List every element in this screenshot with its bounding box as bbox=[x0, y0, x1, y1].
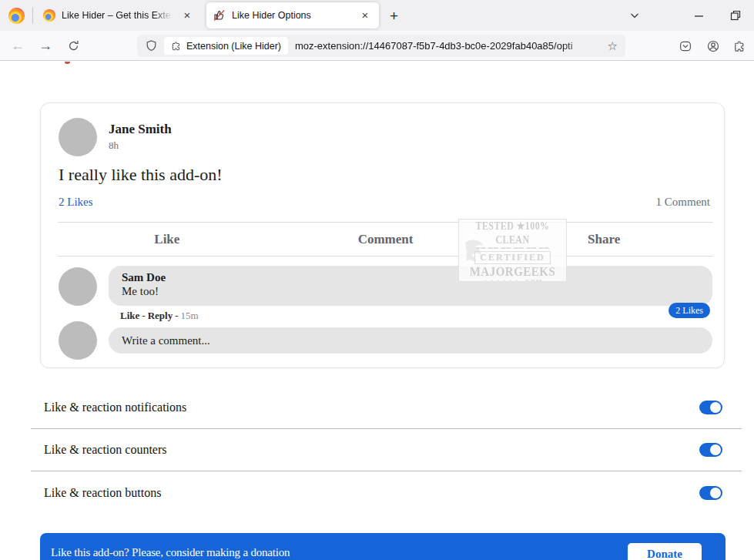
extensions-button[interactable] bbox=[729, 35, 750, 57]
extension-permission-chip[interactable]: Extension (Like Hider) bbox=[164, 37, 288, 55]
post-comment-count[interactable]: 1 Comment bbox=[656, 196, 710, 209]
chevron-down-icon bbox=[629, 10, 640, 21]
minimize-icon bbox=[694, 11, 704, 21]
like-hider-favicon-icon bbox=[213, 9, 226, 22]
post-stats-row: 2 Likes 1 Comment bbox=[59, 196, 710, 209]
comment-bubble: Sam Doe Me too! bbox=[109, 266, 712, 306]
tab-like-hider-options[interactable]: Like Hider Options × bbox=[206, 2, 379, 29]
forward-button[interactable]: → bbox=[34, 35, 57, 56]
donation-banner: Like this add-on? Please, consider makin… bbox=[40, 533, 726, 560]
firefox-logo-icon bbox=[8, 8, 25, 24]
extension-chip-label: Extension (Like Hider) bbox=[186, 41, 281, 52]
address-bar[interactable]: Extension (Like Hider) moz-extension://1… bbox=[137, 35, 625, 57]
tab-bar: Like Hider – Get this Extension f × Like… bbox=[0, 0, 754, 31]
back-button[interactable]: ← bbox=[6, 35, 29, 56]
avatar bbox=[59, 321, 97, 360]
donation-message: Like this add-on? Please, consider makin… bbox=[51, 546, 290, 559]
comment-like-link[interactable]: Like bbox=[120, 310, 139, 321]
toggle-knob bbox=[710, 402, 721, 413]
tab-title: Like Hider Options bbox=[232, 10, 352, 21]
pocket-button[interactable] bbox=[675, 35, 696, 57]
pocket-icon bbox=[679, 39, 692, 53]
restore-icon bbox=[730, 10, 741, 21]
options-page: Jane Smith 8h I really like this add-on!… bbox=[0, 62, 754, 560]
reload-button[interactable] bbox=[62, 35, 85, 56]
avatar bbox=[59, 118, 97, 156]
firefox-favicon-icon bbox=[43, 9, 55, 22]
reload-icon bbox=[67, 39, 80, 52]
comment-text: Me too! bbox=[122, 285, 699, 298]
setting-label: Like & reaction counters bbox=[31, 443, 167, 457]
post-author-block: Jane Smith 8h bbox=[109, 122, 172, 152]
post-author-name: Jane Smith bbox=[109, 122, 172, 137]
list-all-tabs-button[interactable] bbox=[623, 5, 646, 26]
setting-label: Like & reaction notifications bbox=[31, 401, 186, 414]
shield-icon[interactable] bbox=[145, 39, 158, 52]
toggle-knob bbox=[710, 444, 721, 455]
toggle-knob bbox=[710, 488, 721, 498]
avatar bbox=[59, 267, 97, 306]
extensions-puzzle-icon bbox=[733, 40, 746, 53]
comment-input[interactable]: Write a comment... bbox=[109, 327, 712, 354]
post-likes-link[interactable]: 2 Likes bbox=[59, 196, 93, 209]
minimize-button[interactable] bbox=[687, 5, 710, 26]
firefox-menu-button[interactable] bbox=[5, 6, 27, 25]
toggle-like-reaction-counters[interactable] bbox=[699, 443, 722, 457]
account-button[interactable] bbox=[702, 35, 724, 57]
comment-likes-badge[interactable]: 2 Likes bbox=[669, 303, 710, 318]
setting-row-buttons: Like & reaction buttons bbox=[31, 471, 742, 514]
scrolled-header-fragment bbox=[65, 62, 70, 64]
navigation-toolbar: ← → Extension (Like Hider) moz-extension… bbox=[0, 31, 754, 61]
url-text[interactable]: moz-extension://14467087-f5b7-4db3-bc0e-… bbox=[295, 40, 605, 52]
setting-row-notifications: Like & reaction notifications bbox=[31, 387, 742, 429]
comment-meta-row: Like-Reply-15m bbox=[120, 310, 199, 322]
new-tab-button[interactable]: + bbox=[384, 6, 404, 25]
post-timestamp: 8h bbox=[109, 139, 172, 152]
setting-label: Like & reaction buttons bbox=[31, 486, 161, 500]
settings-list: Like & reaction notifications Like & rea… bbox=[31, 387, 742, 514]
account-icon bbox=[706, 39, 720, 53]
donate-button[interactable]: Donate bbox=[628, 543, 702, 560]
tab-like-hider-store[interactable]: Like Hider – Get this Extension f × bbox=[36, 3, 201, 28]
setting-row-counters: Like & reaction counters bbox=[31, 429, 742, 471]
divider bbox=[58, 256, 713, 257]
toggle-like-reaction-notifications[interactable] bbox=[699, 401, 722, 414]
toggle-like-reaction-buttons[interactable] bbox=[699, 486, 722, 500]
tab-title: Like Hider – Get this Extension f bbox=[62, 10, 174, 21]
puzzle-piece-icon bbox=[171, 41, 182, 52]
watermark-eagle-icon bbox=[461, 236, 491, 270]
post-actions-row: Like Comment Share bbox=[58, 223, 713, 256]
majorgeeks-watermark: TESTED ★100% CLEAN ▬▬ ▬▬ ▬▬ ▬▬ ▬▬ ▬▬ CER… bbox=[458, 219, 567, 282]
comment-author-name: Sam Doe bbox=[122, 271, 699, 284]
post-text: I really like this add-on! bbox=[59, 165, 223, 185]
comment-timestamp: 15m bbox=[180, 310, 198, 321]
close-icon[interactable]: × bbox=[358, 8, 372, 22]
restore-window-button[interactable] bbox=[724, 5, 747, 26]
close-icon[interactable]: × bbox=[180, 8, 194, 22]
comment-reply-link[interactable]: Reply bbox=[148, 310, 173, 321]
tab-strip-divider bbox=[32, 7, 33, 24]
like-button[interactable]: Like bbox=[58, 223, 276, 256]
post-preview-card: Jane Smith 8h I really like this add-on!… bbox=[40, 102, 725, 368]
bookmark-star-icon[interactable]: ☆ bbox=[608, 39, 618, 53]
browser-window: Like Hider – Get this Extension f × Like… bbox=[0, 0, 754, 560]
